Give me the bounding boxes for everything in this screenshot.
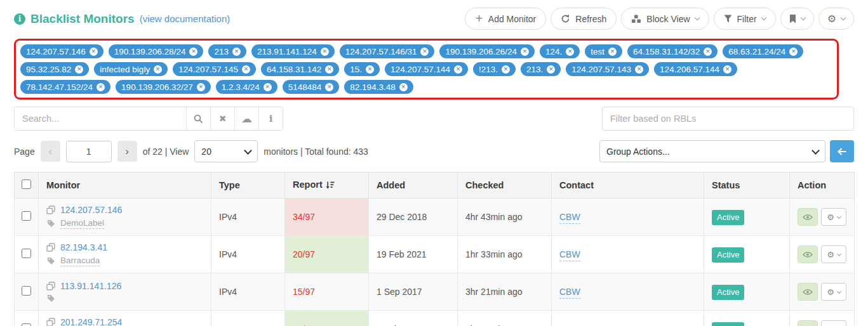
row-checkbox[interactable] — [22, 249, 31, 258]
remove-tag-icon[interactable]: ✕ — [420, 48, 429, 56]
remove-tag-icon[interactable]: ✕ — [608, 48, 617, 56]
remove-tag-icon[interactable]: ✕ — [399, 83, 408, 91]
monitor-link[interactable]: 113.91.141.126 — [60, 281, 121, 291]
filter-tag: 64.158.31.142/32 ✕ — [627, 44, 718, 58]
report-cell[interactable]: 34/97 — [285, 199, 369, 236]
info-icon: i — [269, 113, 273, 124]
remove-tag-icon[interactable]: ✕ — [242, 65, 250, 74]
filter-tag: 190.139.206.32/27 ✕ — [116, 80, 211, 94]
remove-tag-icon[interactable]: ✕ — [97, 83, 105, 91]
row-checkbox[interactable] — [22, 323, 31, 326]
remove-tag-icon[interactable]: ✕ — [75, 65, 83, 74]
report-cell[interactable]: 20/97 — [285, 236, 369, 273]
view-report-button[interactable] — [798, 283, 818, 301]
view-report-button[interactable] — [798, 245, 818, 263]
row-settings-button[interactable]: ⚙ — [821, 320, 846, 326]
apply-group-action-button[interactable] — [830, 140, 854, 162]
row-settings-button[interactable]: ⚙ — [821, 283, 846, 301]
tag-icon[interactable] — [47, 257, 55, 265]
remove-tag-icon[interactable]: ✕ — [502, 65, 510, 74]
search-info-button[interactable]: i — [258, 107, 283, 130]
remove-tag-icon[interactable]: ✕ — [189, 48, 197, 56]
monitor-link[interactable]: 82.194.3.41 — [60, 242, 107, 252]
filter-tag-label: 124.207.57.144 — [391, 65, 450, 74]
filter-tag-label: infected bigly — [100, 65, 150, 74]
row-checkbox[interactable] — [22, 211, 31, 221]
remove-tag-icon[interactable]: ✕ — [264, 83, 272, 91]
remove-tag-icon[interactable]: ✕ — [90, 48, 98, 56]
tag-icon[interactable] — [47, 219, 55, 228]
add-monitor-button[interactable]: + Add Monitor — [465, 8, 546, 30]
select-all-checkbox[interactable] — [22, 179, 31, 189]
remove-tag-icon[interactable]: ✕ — [704, 48, 712, 56]
row-settings-button[interactable]: ⚙ — [821, 245, 846, 263]
remove-tag-icon[interactable]: ✕ — [197, 83, 205, 91]
row-checkbox[interactable] — [22, 286, 31, 296]
remove-tag-icon[interactable]: ✕ — [723, 65, 731, 74]
block-view-button[interactable]: Block View — [621, 8, 709, 30]
cloud-search-button[interactable]: ☁ — [234, 107, 258, 130]
contact-link[interactable]: CBW — [559, 287, 580, 299]
copy-icon[interactable] — [46, 318, 55, 326]
arrow-left-icon — [838, 148, 846, 155]
col-checked: Checked — [458, 173, 552, 199]
report-cell[interactable]: 15/97 — [285, 273, 369, 311]
filter-tag: infected bigly ✕ — [94, 62, 168, 76]
search-button[interactable] — [186, 107, 210, 130]
filter-tag: 124. ✕ — [540, 44, 580, 58]
copy-icon[interactable] — [46, 282, 55, 290]
filter-tag-label: 124.207.57.146/31 — [345, 47, 417, 56]
clear-search-button[interactable]: ✖ — [210, 107, 234, 130]
remove-tag-icon[interactable]: ✕ — [566, 48, 574, 56]
contact-link[interactable]: CBW — [559, 249, 580, 261]
rbl-filter-input[interactable] — [602, 107, 854, 131]
filter-tag-label: 124.206.57.144 — [660, 65, 719, 74]
view-documentation-link[interactable]: (view documentation) — [140, 13, 230, 24]
filter-tag-label: 64.158.31.142/32 — [633, 47, 700, 56]
cloud-icon: ☁ — [241, 112, 252, 125]
remove-tag-icon[interactable]: ✕ — [325, 83, 333, 91]
previous-page-button[interactable]: ‹ — [41, 141, 60, 162]
block-view-label: Block View — [646, 14, 690, 24]
added-date: 1 Sep 2017 — [369, 273, 458, 311]
view-report-button[interactable] — [798, 208, 818, 226]
filter-tag-label: 68.63.21.24/24 — [728, 47, 785, 56]
col-report[interactable]: Report — [285, 173, 369, 199]
col-status: Status — [704, 173, 790, 199]
tag-icon[interactable] — [47, 294, 55, 303]
search-input[interactable] — [15, 107, 186, 130]
remove-tag-icon[interactable]: ✕ — [325, 65, 333, 74]
blacklist-monitors-page: i Blacklist Monitors (view documentation… — [0, 0, 868, 326]
remove-tag-icon[interactable]: ✕ — [454, 65, 462, 74]
copy-icon[interactable] — [46, 243, 55, 252]
bookmarks-button[interactable] — [780, 8, 814, 30]
remove-tag-icon[interactable]: ✕ — [547, 65, 555, 74]
remove-tag-icon[interactable]: ✕ — [635, 65, 643, 74]
next-page-button[interactable]: › — [117, 141, 137, 162]
view-report-button[interactable] — [798, 320, 818, 326]
group-actions-select[interactable]: Group Actions... — [599, 140, 825, 162]
row-settings-button[interactable]: ⚙ — [821, 208, 846, 226]
page-number-input[interactable] — [66, 141, 112, 162]
filter-button[interactable]: Filter — [714, 8, 776, 30]
remove-tag-icon[interactable]: ✕ — [789, 48, 798, 56]
search-row: ✖ ☁ i — [14, 107, 854, 131]
contact-link[interactable]: CBW — [559, 212, 580, 224]
report-cell[interactable]: 15/97 — [285, 311, 369, 326]
filter-tag: 124.206.57.144 ✕ — [654, 62, 737, 76]
remove-tag-icon[interactable]: ✕ — [321, 48, 329, 56]
per-page-select[interactable]: 20 — [194, 140, 258, 162]
refresh-button[interactable]: Refresh — [551, 8, 617, 30]
monitor-link[interactable]: 201.249.71.254 — [60, 317, 122, 326]
settings-button[interactable]: ⚙ — [818, 8, 854, 30]
remove-tag-icon[interactable]: ✕ — [521, 48, 529, 56]
remove-tag-icon[interactable]: ✕ — [366, 65, 374, 74]
monitor-link[interactable]: 124.207.57.146 — [60, 205, 122, 215]
funnel-icon — [724, 15, 732, 23]
gear-icon: ⚙ — [827, 14, 836, 24]
filter-tag: 82.194.3.48 ✕ — [344, 80, 413, 94]
remove-tag-icon[interactable]: ✕ — [232, 48, 241, 56]
copy-icon[interactable] — [46, 205, 55, 214]
page-title: Blacklist Monitors — [30, 12, 135, 26]
remove-tag-icon[interactable]: ✕ — [154, 65, 162, 74]
